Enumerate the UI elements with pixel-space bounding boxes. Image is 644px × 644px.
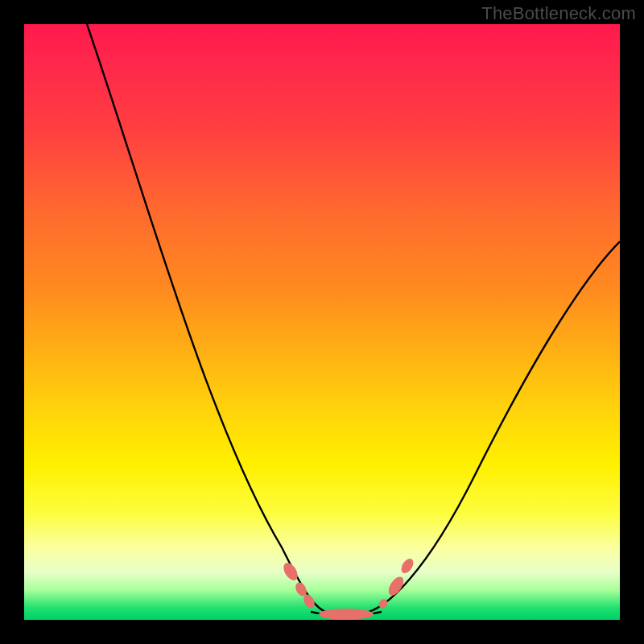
marker-6 xyxy=(399,556,416,575)
marker-3 xyxy=(319,609,374,620)
chart-frame: TheBottleneck.com xyxy=(0,0,644,644)
chart-svg xyxy=(24,24,620,620)
watermark-text: TheBottleneck.com xyxy=(481,3,636,24)
marker-4 xyxy=(378,597,390,609)
curve-right xyxy=(362,242,620,613)
chart-plot-area xyxy=(24,24,620,620)
curve-left xyxy=(87,24,330,613)
marker-group xyxy=(281,556,416,620)
